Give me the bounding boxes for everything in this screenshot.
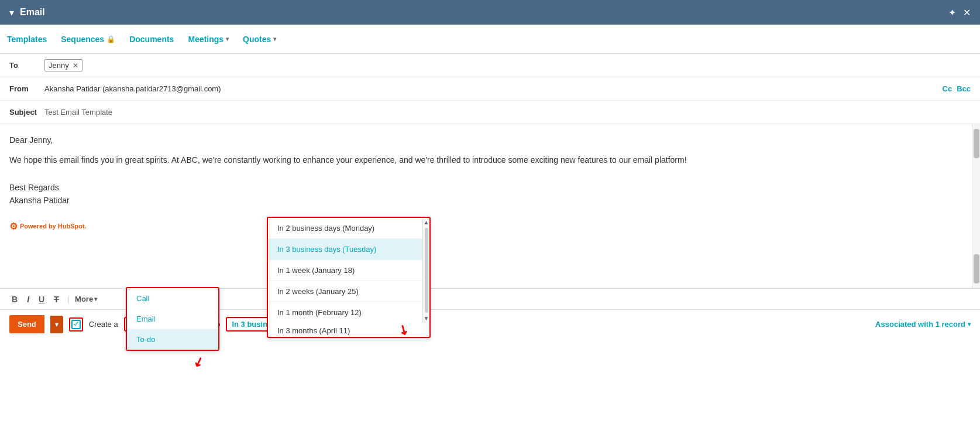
- body-content: We hope this email finds you in great sp…: [9, 153, 962, 166]
- date-dropdown-popup: In 2 business days (Monday) In 3 busines…: [267, 217, 431, 338]
- email-signature: Best Regards Akansha Patidar: [9, 181, 962, 207]
- type-option-todo[interactable]: To-do: [127, 329, 218, 350]
- tab-quotes[interactable]: Quotes ▾: [243, 32, 276, 46]
- italic-button[interactable]: I: [25, 293, 32, 305]
- date-scrollbar[interactable]: ▲ ▼: [422, 218, 429, 323]
- hubspot-brand-text: Powered by HubSpot.: [20, 221, 87, 232]
- hubspot-brand-area: ⚙ Powered by HubSpot.: [9, 219, 962, 234]
- cc-bcc-buttons: Cc Bcc: [943, 84, 971, 93]
- type-option-call[interactable]: Call: [127, 288, 218, 309]
- bold-button[interactable]: B: [9, 293, 20, 305]
- send-dropdown-button[interactable]: ▾: [50, 316, 63, 333]
- date-option-1[interactable]: In 3 business days (Tuesday): [268, 239, 422, 260]
- type-dropdown-popup: Call Email To-do: [126, 287, 219, 351]
- tab-documents[interactable]: Documents: [129, 32, 174, 46]
- nav-tabs: Templates Sequences 🔒 Documents Meetings…: [0, 25, 980, 54]
- header-title: Email: [20, 7, 45, 18]
- date-option-4[interactable]: In 1 month (February 12): [268, 302, 422, 323]
- associated-record-label: Associated with 1 record: [875, 320, 965, 329]
- strikethrough-button[interactable]: T: [51, 293, 61, 305]
- to-field[interactable]: Jenny ✕: [44, 59, 82, 71]
- arrow-type-dropdown: ↙: [191, 353, 206, 371]
- header-left: ▾ Email: [9, 7, 45, 18]
- remove-recipient-icon[interactable]: ✕: [73, 62, 78, 70]
- scrollbar-thumb-bottom: [974, 254, 979, 283]
- from-value: Akansha Patidar (akansha.patidar2713@gma…: [44, 84, 943, 93]
- email-form: To Jenny ✕ From Akansha Patidar (akansha…: [0, 54, 980, 124]
- more-label: More: [75, 295, 93, 303]
- underline-button[interactable]: U: [36, 293, 47, 305]
- date-scroll-thumb: [425, 228, 428, 313]
- email-body[interactable]: Dear Jenny, We hope this email finds you…: [0, 124, 980, 288]
- signature-line1: Best Regards: [9, 181, 962, 194]
- associated-chevron-icon: ▾: [968, 321, 971, 327]
- to-recipient-tag[interactable]: Jenny ✕: [44, 59, 82, 71]
- bcc-button[interactable]: Bcc: [957, 84, 971, 93]
- more-chevron-icon: ▾: [94, 296, 97, 302]
- scrollbar-thumb: [974, 129, 979, 158]
- date-option-0[interactable]: In 2 business days (Monday): [268, 218, 422, 239]
- hubspot-name: HubSpot: [58, 223, 85, 230]
- toolbar-separator: |: [67, 295, 69, 303]
- date-option-3[interactable]: In 2 weeks (January 25): [268, 281, 422, 302]
- task-checkbox-wrapper[interactable]: [69, 317, 83, 332]
- hubspot-branding: ⚙ Powered by HubSpot.: [9, 219, 962, 234]
- body-greeting: Dear Jenny,: [9, 134, 962, 146]
- create-task-label: Create a: [89, 320, 118, 329]
- from-row: From Akansha Patidar (akansha.patidar271…: [0, 77, 980, 101]
- date-dropdown-list: In 2 business days (Monday) In 3 busines…: [268, 218, 422, 323]
- signature-line2: Akansha Patidar: [9, 194, 962, 207]
- more-button[interactable]: More ▾: [75, 295, 97, 303]
- body-scrollbar[interactable]: [972, 124, 980, 288]
- type-option-email[interactable]: Email: [127, 309, 218, 329]
- task-checkbox[interactable]: [71, 320, 81, 329]
- email-header: ▾ Email ✦ ✕: [0, 0, 980, 25]
- to-label: To: [9, 61, 44, 70]
- associated-record-link[interactable]: Associated with 1 record ▾: [875, 320, 971, 329]
- header-icons: ✦ ✕: [948, 7, 971, 18]
- to-row: To Jenny ✕: [0, 54, 980, 77]
- recipient-name: Jenny: [49, 61, 69, 70]
- date-dropdown-scroll-area: In 2 business days (Monday) In 3 busines…: [268, 218, 429, 323]
- scroll-down-icon[interactable]: ▼: [424, 315, 429, 322]
- chevron-down-icon[interactable]: ▾: [9, 7, 14, 18]
- close-icon[interactable]: ✕: [963, 7, 971, 18]
- subject-label: Subject: [9, 108, 44, 117]
- hubspot-logo-icon: ⚙: [9, 219, 18, 234]
- lock-icon: 🔒: [106, 35, 115, 43]
- quotes-chevron-icon: ▾: [273, 36, 276, 42]
- tab-sequences[interactable]: Sequences 🔒: [61, 32, 115, 46]
- send-button[interactable]: Send: [9, 315, 44, 333]
- tab-templates[interactable]: Templates: [7, 32, 47, 46]
- checkbox-check-icon: [73, 322, 79, 327]
- tab-meetings[interactable]: Meetings ▾: [188, 32, 229, 46]
- subject-value[interactable]: Test Email Template: [44, 108, 971, 117]
- date-option-2[interactable]: In 1 week (January 18): [268, 260, 422, 281]
- scroll-up-icon[interactable]: ▲: [424, 219, 429, 226]
- subject-row: Subject Test Email Template: [0, 101, 980, 124]
- from-label: From: [9, 84, 44, 93]
- meetings-chevron-icon: ▾: [226, 36, 229, 42]
- cc-button[interactable]: Cc: [943, 84, 953, 93]
- pin-icon[interactable]: ✦: [948, 7, 956, 18]
